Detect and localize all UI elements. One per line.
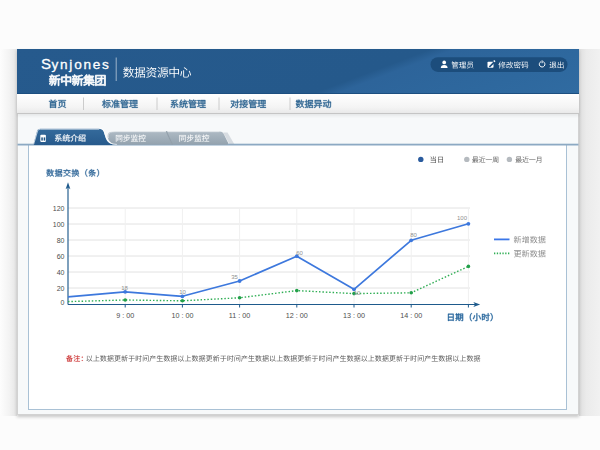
svg-text:ynjones: ynjones bbox=[52, 57, 111, 72]
svg-text:20: 20 bbox=[57, 285, 65, 292]
svg-text:60: 60 bbox=[57, 253, 65, 260]
svg-text:11 : 00: 11 : 00 bbox=[229, 311, 250, 320]
svg-text:80: 80 bbox=[410, 232, 417, 238]
svg-text:35: 35 bbox=[231, 274, 238, 280]
svg-text:40: 40 bbox=[57, 269, 65, 276]
svg-text:80: 80 bbox=[57, 237, 65, 244]
svg-text:18: 18 bbox=[121, 285, 128, 291]
svg-text:13 : 00: 13 : 00 bbox=[343, 311, 365, 320]
svg-text:14 : 00: 14 : 00 bbox=[400, 311, 422, 320]
svg-text:S: S bbox=[41, 55, 51, 72]
svg-text:0: 0 bbox=[61, 299, 65, 306]
svg-text:120: 120 bbox=[53, 205, 65, 212]
svg-text:9 : 00: 9 : 00 bbox=[116, 311, 134, 320]
svg-text:60: 60 bbox=[296, 250, 303, 256]
svg-text:10: 10 bbox=[179, 289, 186, 295]
svg-text:10: 10 bbox=[354, 290, 361, 296]
svg-text:10 : 00: 10 : 00 bbox=[171, 311, 193, 320]
svg-text:12 : 00: 12 : 00 bbox=[286, 311, 308, 320]
svg-text:100: 100 bbox=[457, 215, 468, 221]
svg-text:100: 100 bbox=[53, 221, 65, 228]
